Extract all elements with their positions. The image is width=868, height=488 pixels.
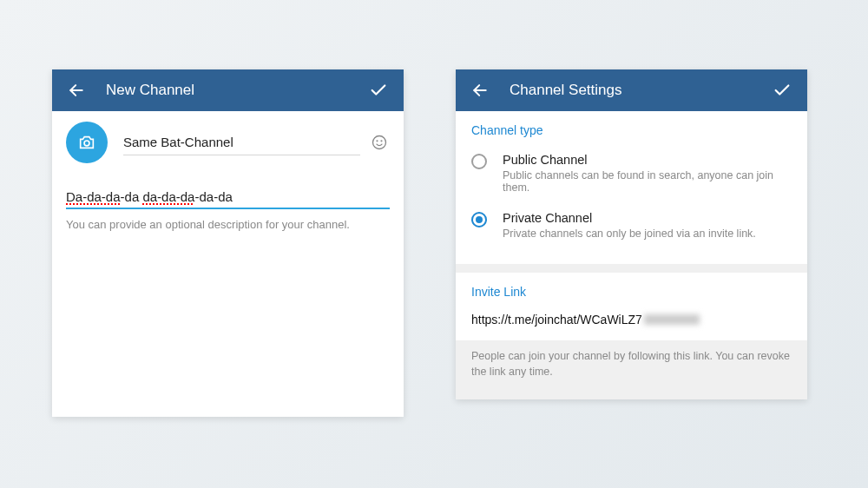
option-description: Private channels can only be joined via … — [503, 228, 756, 240]
invite-link-section: Invite Link https://t.me/joinchat/WCaWiL… — [456, 273, 807, 340]
radio-icon — [471, 154, 487, 169]
option-label: Public Channel — [503, 153, 792, 167]
description-text-part: da-da-da — [142, 189, 194, 205]
option-description: Public channels can be found in search, … — [503, 169, 792, 194]
description-input[interactable]: Da-da-da-da da-da-da-da-da — [66, 188, 390, 209]
confirm-button[interactable] — [769, 77, 795, 103]
channel-photo-button[interactable] — [66, 122, 108, 163]
emoji-button[interactable] — [369, 132, 390, 153]
redacted-text — [644, 314, 700, 325]
invite-link-text: https://t.me/joinchat/WCaWiLZ7 — [471, 313, 642, 326]
channel-name-row — [52, 111, 404, 172]
private-channel-option[interactable]: Private Channel Private channels can onl… — [471, 206, 792, 252]
header-bar: New Channel — [52, 69, 404, 111]
radio-icon — [471, 212, 487, 228]
description-text-part: -da-da — [194, 189, 232, 204]
back-button[interactable] — [468, 78, 492, 102]
description-block: Da-da-da-da da-da-da-da-da You can provi… — [52, 172, 404, 231]
camera-icon — [77, 133, 96, 152]
section-title: Invite Link — [471, 285, 792, 299]
svg-point-2 — [373, 136, 386, 149]
invite-link-hint: People can join your channel by followin… — [456, 340, 807, 388]
channel-name-input[interactable] — [123, 129, 360, 155]
channel-settings-panel: Channel Settings Channel type Public Cha… — [456, 69, 807, 399]
invite-link-value[interactable]: https://t.me/joinchat/WCaWiLZ7 — [471, 309, 792, 330]
back-button[interactable] — [64, 78, 89, 102]
header-title: Channel Settings — [510, 82, 769, 99]
svg-point-3 — [377, 141, 378, 142]
description-hint: You can provide an optional description … — [66, 218, 390, 231]
section-divider — [456, 264, 807, 273]
description-text-part: Da-da-da — [66, 189, 121, 205]
description-text-part: -da — [121, 189, 143, 204]
confirm-button[interactable] — [365, 77, 391, 103]
header-title: New Channel — [106, 82, 365, 99]
smile-icon — [371, 134, 388, 151]
svg-point-4 — [381, 141, 382, 142]
public-channel-option[interactable]: Public Channel Public channels can be fo… — [471, 148, 792, 206]
channel-type-section: Channel type Public Channel Public chann… — [456, 111, 807, 264]
svg-point-1 — [84, 141, 89, 146]
header-bar: Channel Settings — [456, 69, 807, 111]
new-channel-panel: New Channel Da-da-da-da da-da-da-da-da Y… — [52, 69, 404, 417]
section-title: Channel type — [471, 123, 792, 137]
option-label: Private Channel — [503, 211, 756, 225]
